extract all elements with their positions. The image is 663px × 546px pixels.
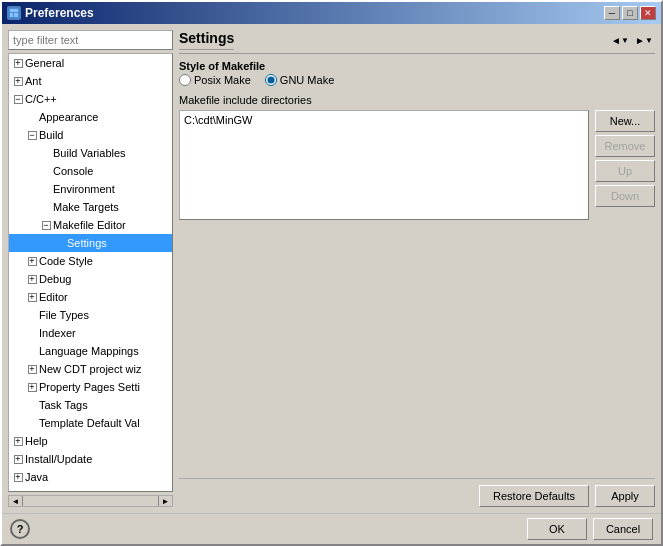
tree-item-environment[interactable]: Environment	[9, 180, 172, 198]
toolbar-nav: ◄ ▼ ► ▼	[609, 30, 655, 50]
down-button[interactable]: Down	[595, 185, 655, 207]
ok-button[interactable]: OK	[527, 518, 587, 540]
dir-section: Makefile include directories C:\cdt\MinG…	[179, 94, 655, 220]
tree-item-indexer[interactable]: Indexer	[9, 324, 172, 342]
maximize-button[interactable]: □	[622, 6, 638, 20]
tree-item-filetypes[interactable]: File Types	[9, 306, 172, 324]
expander-propertypages[interactable]: +	[25, 380, 39, 394]
back-arrow-icon: ◄	[611, 35, 621, 46]
dir-row: C:\cdt\MinGW New... Remove Up Down	[179, 110, 655, 220]
tree-label-indexer: Indexer	[39, 325, 76, 341]
back-dropdown-icon: ▼	[621, 36, 629, 45]
expander-plugindev[interactable]: +	[11, 488, 25, 492]
window-content: + General + Ant − C/C++	[2, 24, 661, 544]
makefile-style-title: Style of Makefile	[179, 60, 655, 72]
tree-label-environment: Environment	[53, 181, 115, 197]
expander-environment	[39, 182, 53, 196]
titlebar-buttons: ─ □ ✕	[604, 6, 656, 20]
list-item[interactable]: C:\cdt\MinGW	[182, 113, 586, 127]
tree-item-editor[interactable]: + Editor	[9, 288, 172, 306]
apply-button[interactable]: Apply	[595, 485, 655, 507]
forward-arrow-icon: ►	[635, 35, 645, 46]
back-button[interactable]: ◄ ▼	[609, 30, 631, 50]
gnu-radio-label[interactable]: GNU Make	[265, 74, 334, 86]
tree-label-build: Build	[39, 127, 63, 143]
up-button[interactable]: Up	[595, 160, 655, 182]
tree-label-propertypages: Property Pages Setti	[39, 379, 140, 395]
makefile-style-section: Style of Makefile Posix Make GNU Make	[179, 60, 655, 86]
expander-installupdate[interactable]: +	[11, 452, 25, 466]
tree-label-settings: Settings	[67, 235, 107, 251]
tree-item-templatedefault[interactable]: Template Default Val	[9, 414, 172, 432]
tree-item-appearance[interactable]: Appearance	[9, 108, 172, 126]
expander-help[interactable]: +	[11, 434, 25, 448]
tree-item-newcdt[interactable]: + New CDT project wiz	[9, 360, 172, 378]
preferences-window: Preferences ─ □ ✕ + General	[0, 0, 663, 546]
tree-item-ant[interactable]: + Ant	[9, 72, 172, 90]
expander-debug[interactable]: +	[25, 272, 39, 286]
expander-build[interactable]: −	[25, 128, 39, 142]
tree-label-buildvars: Build Variables	[53, 145, 126, 161]
expander-filetypes	[25, 308, 39, 322]
posix-radio-label[interactable]: Posix Make	[179, 74, 251, 86]
tree-label-newcdt: New CDT project wiz	[39, 361, 142, 377]
remove-button[interactable]: Remove	[595, 135, 655, 157]
posix-radio[interactable]	[179, 74, 191, 86]
tree-item-console[interactable]: Console	[9, 162, 172, 180]
tree-label-help: Help	[25, 433, 48, 449]
tree-label-installupdate: Install/Update	[25, 451, 92, 467]
footer-bottom: ? OK Cancel	[2, 513, 661, 544]
expander-newcdt[interactable]: +	[25, 362, 39, 376]
tree-label-appearance: Appearance	[39, 109, 98, 125]
tree-item-settings[interactable]: Settings	[9, 234, 172, 252]
dir-buttons: New... Remove Up Down	[595, 110, 655, 220]
close-button[interactable]: ✕	[640, 6, 656, 20]
tree-item-general[interactable]: + General	[9, 54, 172, 72]
minimize-button[interactable]: ─	[604, 6, 620, 20]
forward-dropdown-icon: ▼	[645, 36, 653, 45]
tree-item-build[interactable]: − Build	[9, 126, 172, 144]
expander-makefileeditor[interactable]: −	[39, 218, 53, 232]
expander-ant[interactable]: +	[11, 74, 25, 88]
svg-rect-2	[10, 13, 13, 17]
tree-item-maketargets[interactable]: Make Targets	[9, 198, 172, 216]
filter-input[interactable]	[8, 30, 173, 50]
expander-cpp[interactable]: −	[11, 92, 25, 106]
tree-item-plugindev[interactable]: + Plug-in Development	[9, 486, 172, 492]
restore-defaults-button[interactable]: Restore Defaults	[479, 485, 589, 507]
tree-label-general: General	[25, 55, 64, 71]
dir-listbox[interactable]: C:\cdt\MinGW	[179, 110, 589, 220]
expander-settings	[53, 236, 67, 250]
expander-java[interactable]: +	[11, 470, 25, 484]
settings-header: Settings	[179, 30, 234, 50]
tree-item-debug[interactable]: + Debug	[9, 270, 172, 288]
help-button[interactable]: ?	[10, 519, 30, 539]
tree-label-makefileeditor: Makefile Editor	[53, 217, 126, 233]
tree-item-cpp[interactable]: − C/C++	[9, 90, 172, 108]
new-button[interactable]: New...	[595, 110, 655, 132]
tree-label-maketargets: Make Targets	[53, 199, 119, 215]
expander-codestyle[interactable]: +	[25, 254, 39, 268]
titlebar-left: Preferences	[7, 6, 94, 20]
tree-item-makefileeditor[interactable]: − Makefile Editor	[9, 216, 172, 234]
tree-item-installupdate[interactable]: + Install/Update	[9, 450, 172, 468]
expander-editor[interactable]: +	[25, 290, 39, 304]
makefile-style-radios: Posix Make GNU Make	[179, 74, 655, 86]
scroll-left-btn[interactable]: ◄	[9, 496, 23, 506]
forward-button[interactable]: ► ▼	[633, 30, 655, 50]
tree-item-propertypages[interactable]: + Property Pages Setti	[9, 378, 172, 396]
tree-item-buildvars[interactable]: Build Variables	[9, 144, 172, 162]
expander-general[interactable]: +	[11, 56, 25, 70]
tree-item-codestyle[interactable]: + Code Style	[9, 252, 172, 270]
dir-label: Makefile include directories	[179, 94, 655, 106]
gnu-radio[interactable]	[265, 74, 277, 86]
tree-item-tasktags[interactable]: Task Tags	[9, 396, 172, 414]
tree-item-langmappings[interactable]: Language Mappings	[9, 342, 172, 360]
tree-item-java[interactable]: + Java	[9, 468, 172, 486]
tree-item-help[interactable]: + Help	[9, 432, 172, 450]
scroll-right-btn[interactable]: ►	[158, 496, 172, 506]
svg-rect-1	[10, 9, 18, 12]
tree-container[interactable]: + General + Ant − C/C++	[8, 53, 173, 492]
cancel-button[interactable]: Cancel	[593, 518, 653, 540]
tree-label-langmappings: Language Mappings	[39, 343, 139, 359]
